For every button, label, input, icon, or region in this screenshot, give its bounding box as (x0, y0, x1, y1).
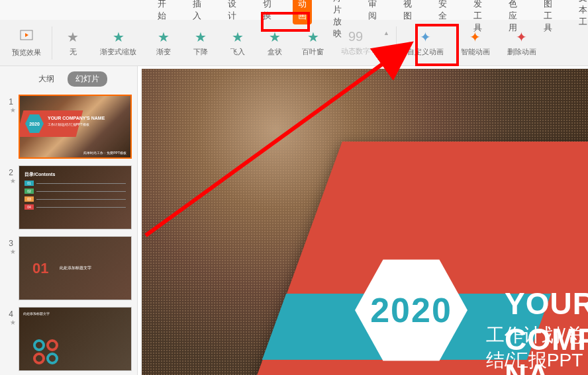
star-icon: ★ (5, 248, 16, 255)
tab-design[interactable]: 设计 (222, 0, 242, 24)
slide-number: 4 (5, 307, 16, 319)
preview-effect-button[interactable]: 预览效果 (5, 25, 48, 60)
tab-view[interactable]: 视图 (398, 0, 417, 24)
star-icon: ★ (195, 29, 207, 45)
anim-fade[interactable]: ★渐变 (147, 26, 180, 60)
star-icon: ★ (5, 319, 16, 326)
slide-thumbnail-4[interactable]: 此处添加标题文字 (19, 307, 132, 371)
anim-zoom[interactable]: ★渐变式缩放 (93, 26, 143, 60)
thumb-row: 4★ 此处添加标题文字 (5, 307, 132, 371)
tab-start[interactable]: 开始 (152, 0, 172, 24)
divider (396, 26, 397, 60)
thumb-title: YOUR COMPANY'S NAME (48, 116, 105, 120)
anim-none[interactable]: ★无 (56, 26, 89, 60)
star-icon: ★ (158, 29, 170, 45)
slide-panel: 大纲 幻灯片 1★ 2020 YOUR COMPANY'S NAME 工作计划/… (0, 66, 138, 375)
slide-number: 2 (5, 165, 16, 177)
star-icon: ★ (5, 177, 16, 185)
slide-thumbnail-3[interactable]: 01 此处添加标题文字 (19, 236, 132, 300)
divider (52, 26, 52, 60)
tab-special[interactable]: 特色应用 (503, 0, 522, 36)
slide-year: 2020 (370, 290, 452, 330)
thumb-row: 1★ 2020 YOUR COMPANY'S NAME 工作计划/总结/汇报PP… (5, 95, 132, 159)
preview-label: 预览效果 (12, 48, 41, 58)
thumb-big-num: 01 (32, 260, 48, 277)
slide-subtitle: 工作计划/总结/汇报PPT (486, 323, 588, 373)
annotation-highlight-custom-anim (415, 24, 459, 66)
thumb-text: 此处添加标题文字 (60, 265, 91, 271)
outline-tab[interactable]: 大纲 (30, 71, 62, 87)
tab-review[interactable]: 审阅 (363, 0, 382, 24)
star-icon: ★ (232, 29, 244, 45)
tab-text[interactable]: 文本工 (573, 0, 588, 30)
anim-flyin[interactable]: ★飞入 (221, 26, 254, 60)
thumb-row: 3★ 01 此处添加标题文字 (5, 236, 132, 300)
slide-canvas[interactable]: 2020 YOUR COMPANY'S NA 工作计划/总结/汇报PPT (138, 66, 588, 375)
thumbnails: 1★ 2020 YOUR COMPANY'S NAME 工作计划/总结/汇报PP… (0, 92, 137, 375)
gallery-scroll[interactable]: ▲▼ (383, 30, 389, 56)
tab-devtools[interactable]: 开发工具 (468, 0, 487, 36)
star-icon: ★ (5, 106, 16, 114)
slide-number: 3 (5, 236, 16, 248)
thumb-sub: 工作计划/总结/汇报PPT模板 (48, 122, 89, 126)
slides-tab[interactable]: 幻灯片 (68, 71, 107, 87)
slide-thumbnail-1[interactable]: 2020 YOUR COMPANY'S NAME 工作计划/总结/汇报PPT模板… (19, 95, 132, 159)
tab-security[interactable]: 安全 (433, 0, 452, 24)
panel-tabs: 大纲 幻灯片 (0, 66, 137, 92)
tab-slideshow[interactable]: 幻灯片放映 (328, 0, 347, 42)
star-icon: ★ (113, 29, 124, 45)
anim-drop[interactable]: ★下降 (184, 26, 217, 60)
preview-icon (19, 28, 34, 46)
thumb-title: 此处添加标题文字 (23, 312, 127, 315)
workspace: 大纲 幻灯片 1★ 2020 YOUR COMPANY'S NAME 工作计划/… (0, 66, 588, 375)
num-icon: 99 (348, 29, 363, 44)
annotation-highlight-animation-tab (261, 12, 310, 32)
thumb-foot: 简单时尚工作：免费PPT模板 (83, 151, 126, 155)
slide-number: 1 (5, 95, 16, 106)
thumb-title: 目录/Contents (24, 171, 126, 178)
slide-content: 2020 YOUR COMPANY'S NA 工作计划/总结/汇报PPT (142, 69, 588, 375)
tab-insert[interactable]: 插入 (187, 0, 207, 24)
thumb-row: 2★ 目录/Contents 01 02 03 04 (5, 165, 132, 229)
slide-thumbnail-2[interactable]: 目录/Contents 01 02 03 04 (19, 165, 132, 229)
star-icon: ★ (67, 29, 79, 45)
tab-draw[interactable]: 绘图工具 (538, 0, 558, 36)
